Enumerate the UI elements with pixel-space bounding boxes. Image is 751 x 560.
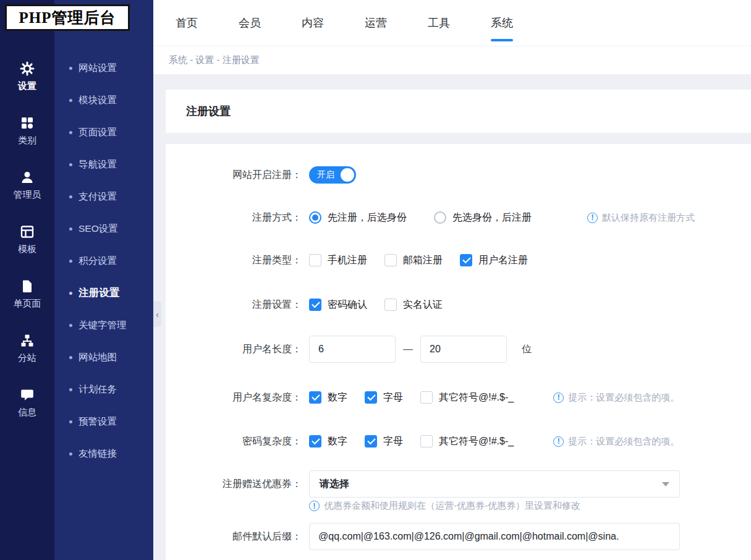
sidebar-item-admins[interactable]: 管理员 bbox=[0, 158, 54, 213]
coupon-hint: 优惠券金额和使用规则在（运营-优惠券-优惠券）里设置和修改 bbox=[309, 500, 751, 512]
sidebar-item-messages[interactable]: 信息 bbox=[0, 376, 54, 430]
radio-icon bbox=[434, 211, 446, 224]
option-label: 其它符号@!#.$-_ bbox=[439, 435, 514, 448]
option-label: 密码确认 bbox=[328, 299, 367, 312]
sidebar-item-alert-settings[interactable]: 预警设置 bbox=[54, 405, 153, 438]
sitemap-icon bbox=[20, 333, 35, 348]
sidebar-item-register-settings[interactable]: 注册设置 bbox=[54, 277, 153, 309]
checkbox-icon bbox=[384, 254, 397, 266]
submenu-label: SEO设置 bbox=[78, 223, 118, 235]
nav-label: 工具 bbox=[428, 17, 450, 29]
checkbox-icon bbox=[309, 299, 321, 311]
password-complexity-hint: 提示：设置必须包含的项。 bbox=[553, 436, 679, 448]
option-label: 字母 bbox=[383, 435, 403, 448]
checkbox-real-name-auth[interactable]: 实名认证 bbox=[384, 299, 443, 312]
sidebar-item-page-settings[interactable]: 页面设置 bbox=[54, 116, 153, 148]
hint-text: 优惠券金额和使用规则在（运营-优惠券-优惠券）里设置和修改 bbox=[324, 500, 580, 512]
form-row-register-mode: 注册方式： 先注册，后选身份 先选身份，后注册 默认保持原有注册方式 bbox=[166, 204, 751, 231]
option-label: 其它符号@!#.$-_ bbox=[439, 391, 514, 404]
bullet-icon bbox=[69, 292, 72, 295]
field-label: 网站开启注册： bbox=[166, 169, 302, 182]
chevron-down-icon bbox=[662, 482, 669, 486]
field-label: 用户名复杂度： bbox=[166, 391, 302, 404]
rail-item-label: 单页面 bbox=[14, 298, 41, 310]
checkbox-phone-register[interactable]: 手机注册 bbox=[309, 254, 367, 267]
sidebar-item-keyword-manage[interactable]: 关键字管理 bbox=[54, 309, 153, 341]
sidebar-item-templates[interactable]: 模板 bbox=[0, 213, 54, 267]
username-max-length-input[interactable] bbox=[420, 336, 507, 363]
checkbox-username-letters[interactable]: 字母 bbox=[365, 391, 403, 404]
nav-item-operations[interactable]: 运营 bbox=[365, 0, 387, 46]
sidebar-item-sitemap[interactable]: 网站地图 bbox=[54, 341, 153, 373]
email-suffix-input[interactable] bbox=[309, 523, 680, 550]
user-icon bbox=[20, 170, 35, 185]
select-value: 请选择 bbox=[320, 478, 349, 491]
checkbox-email-register[interactable]: 邮箱注册 bbox=[384, 254, 443, 267]
site-register-toggle[interactable]: 开启 bbox=[309, 166, 356, 184]
bullet-icon bbox=[69, 420, 72, 423]
grid-icon bbox=[20, 116, 35, 130]
checkbox-username-symbols[interactable]: 其它符号@!#.$-_ bbox=[420, 391, 514, 404]
field-label: 邮件默认后缀： bbox=[166, 530, 302, 543]
nav-item-tools[interactable]: 工具 bbox=[428, 0, 450, 46]
checkbox-username-register[interactable]: 用户名注册 bbox=[460, 254, 528, 267]
info-icon bbox=[553, 392, 564, 403]
checkbox-icon bbox=[420, 391, 433, 404]
nav-item-members[interactable]: 会员 bbox=[239, 0, 261, 46]
sidebar-item-module-settings[interactable]: 模块设置 bbox=[54, 84, 153, 116]
form-row-register-type: 注册类型： 手机注册 邮箱注册 用户名注册 bbox=[166, 247, 751, 274]
checkbox-icon bbox=[309, 435, 321, 448]
checkbox-password-letters[interactable]: 字母 bbox=[365, 435, 403, 448]
nav-item-content[interactable]: 内容 bbox=[302, 0, 324, 46]
hint-text: 提示：设置必须包含的项。 bbox=[568, 392, 679, 404]
unit-label: 位 bbox=[522, 343, 532, 356]
checkbox-password-digits[interactable]: 数字 bbox=[309, 435, 347, 448]
sidebar-item-cron-tasks[interactable]: 计划任务 bbox=[54, 373, 153, 405]
radio-identity-then-register[interactable]: 先选身份，后注册 bbox=[434, 211, 532, 224]
form-row-username-complexity: 用户名复杂度： 数字 字母 其它符号@!#.$-_ bbox=[166, 384, 751, 411]
page-icon bbox=[20, 279, 35, 294]
submenu-label: 计划任务 bbox=[78, 383, 117, 396]
sidebar-item-categories[interactable]: 类别 bbox=[0, 104, 54, 158]
info-icon bbox=[309, 501, 320, 511]
collapse-sidebar-handle[interactable] bbox=[153, 301, 161, 327]
submenu-label: 网站设置 bbox=[78, 62, 117, 75]
logo-text: PHP管理后台 bbox=[19, 7, 116, 28]
hint-text: 提示：设置必须包含的项。 bbox=[568, 436, 679, 448]
sidebar-item-points-settings[interactable]: 积分设置 bbox=[54, 245, 153, 277]
submenu-label: 积分设置 bbox=[78, 255, 117, 268]
field-label: 注册方式： bbox=[166, 211, 302, 224]
submenu-label: 关键字管理 bbox=[78, 319, 127, 332]
nav-item-system[interactable]: 系统 bbox=[491, 0, 513, 46]
field-label: 密码复杂度： bbox=[166, 435, 302, 448]
submenu-label: 预警设置 bbox=[78, 415, 117, 428]
bullet-icon bbox=[69, 67, 72, 70]
sidebar-item-single-page[interactable]: 单页面 bbox=[0, 267, 54, 321]
radio-register-then-identity[interactable]: 先注册，后选身份 bbox=[309, 211, 407, 224]
coupon-select[interactable]: 请选择 bbox=[309, 470, 680, 498]
checkbox-icon bbox=[309, 391, 321, 404]
sidebar-item-nav-settings[interactable]: 导航设置 bbox=[54, 148, 153, 180]
sidebar-item-subsites[interactable]: 分站 bbox=[0, 321, 54, 376]
checkbox-password-confirm[interactable]: 密码确认 bbox=[309, 299, 367, 312]
bullet-icon bbox=[69, 356, 72, 359]
sidebar-item-payment-settings[interactable]: 支付设置 bbox=[54, 180, 153, 213]
nav-item-home[interactable]: 首页 bbox=[176, 0, 198, 46]
bullet-icon bbox=[69, 163, 72, 166]
submenu-label: 页面设置 bbox=[78, 126, 117, 139]
checkbox-icon bbox=[309, 254, 321, 266]
gear-icon bbox=[20, 61, 35, 76]
toggle-label: 开启 bbox=[317, 169, 334, 180]
username-min-length-input[interactable] bbox=[309, 336, 396, 363]
info-icon bbox=[553, 436, 564, 447]
sidebar-item-seo-settings[interactable]: SEO设置 bbox=[54, 213, 153, 245]
checkbox-password-symbols[interactable]: 其它符号@!#.$-_ bbox=[420, 435, 514, 448]
sidebar-item-friend-links[interactable]: 友情链接 bbox=[54, 438, 153, 470]
page-title-card: 注册设置 bbox=[166, 90, 751, 133]
sidebar-item-settings[interactable]: 设置 bbox=[0, 49, 54, 104]
option-label: 字母 bbox=[383, 391, 403, 404]
bullet-icon bbox=[69, 227, 72, 231]
sidebar-item-website-settings[interactable]: 网站设置 bbox=[54, 52, 153, 84]
checkbox-username-digits[interactable]: 数字 bbox=[309, 391, 347, 404]
bullet-icon bbox=[69, 99, 72, 102]
